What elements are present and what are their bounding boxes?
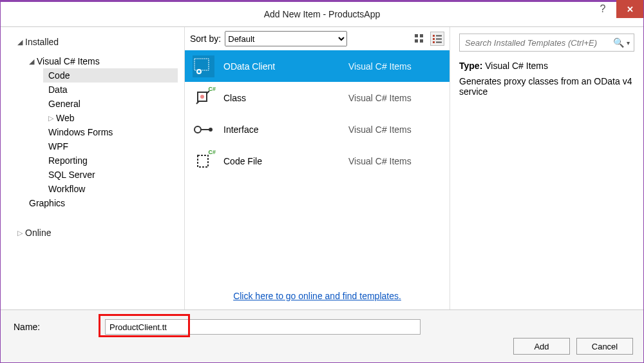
tree-label: Data (48, 84, 68, 95)
svg-rect-7 (436, 39, 442, 40)
view-list-icon[interactable] (430, 32, 444, 46)
svg-point-17 (209, 128, 213, 132)
titlebar: Add New Item - ProductsApp ? ✕ (1, 2, 643, 26)
search-icon: 🔍 (613, 37, 624, 48)
name-label: Name: (14, 322, 97, 332)
svg-rect-8 (433, 41, 435, 43)
tree-item-wpf[interactable]: WPF (43, 139, 178, 153)
template-code-file[interactable]: C# Code File Visual C# Items (185, 145, 450, 177)
interface-icon (193, 119, 214, 141)
template-list: OData Client Visual C# Items C# Class Vi… (185, 50, 450, 282)
svg-rect-0 (415, 34, 418, 37)
tree-label: Windows Forms (48, 127, 113, 137)
odata-client-icon (193, 55, 214, 77)
template-lang: Visual C# Items (348, 124, 412, 135)
tree-label: WPF (48, 141, 68, 152)
tree-label: Graphics (29, 198, 65, 208)
cancel-button[interactable]: Cancel (576, 338, 633, 355)
type-label: Type: (459, 61, 482, 71)
template-lang: Visual C# Items (348, 156, 412, 166)
template-name: Class (223, 93, 339, 103)
category-tree: ◢Installed ◢Visual C# Items Code Data Ge… (1, 27, 184, 309)
add-button[interactable]: Add (513, 338, 570, 355)
detail-description: Generates proxy classes from an OData v4… (459, 76, 634, 97)
tree-label: SQL Server (48, 170, 95, 180)
tree-item-sqlserver[interactable]: SQL Server (43, 168, 178, 182)
tree-label: Workflow (48, 184, 85, 194)
svg-rect-18 (198, 155, 208, 167)
sort-by-label: Sort by: (190, 34, 221, 44)
tree-label: Code (48, 70, 70, 81)
tree-label: Installed (25, 37, 59, 47)
chevron-down-icon[interactable]: ▾ (624, 39, 630, 46)
svg-rect-10 (194, 59, 209, 70)
template-class[interactable]: C# Class Visual C# Items (185, 82, 450, 113)
template-name: Code File (223, 156, 339, 166)
svg-rect-1 (420, 34, 423, 37)
tree-item-code[interactable]: Code (43, 68, 178, 83)
help-button[interactable]: ? (589, 0, 616, 18)
view-grid-icon[interactable] (412, 32, 426, 46)
template-name: Interface (223, 124, 339, 135)
close-button[interactable]: ✕ (616, 0, 643, 18)
template-lang: Visual C# Items (348, 93, 412, 103)
svg-rect-5 (436, 35, 442, 37)
detail-type-row: Type: Visual C# Items (459, 61, 634, 71)
class-icon: C# (193, 87, 214, 109)
svg-point-14 (200, 95, 204, 99)
window-title: Add New Item - ProductsApp (264, 9, 381, 19)
svg-rect-3 (420, 39, 423, 43)
template-interface[interactable]: Interface Visual C# Items (185, 113, 450, 145)
tree-item-workflow[interactable]: Workflow (43, 182, 178, 196)
tree-label: Online (25, 228, 51, 238)
tree-online[interactable]: ▷Online (12, 226, 178, 240)
type-value: Visual C# Items (485, 61, 548, 71)
tree-item-reporting[interactable]: Reporting (43, 153, 178, 168)
search-box[interactable]: 🔍 ▾ (459, 34, 634, 52)
sort-by-select[interactable]: Default (225, 31, 347, 46)
template-name: OData Client (223, 61, 339, 72)
svg-rect-2 (415, 39, 418, 43)
name-input[interactable] (105, 319, 421, 335)
svg-point-12 (198, 70, 200, 73)
tree-label: General (48, 99, 80, 109)
tree-item-web[interactable]: ▷Web (43, 111, 178, 125)
tree-label: Reporting (48, 155, 88, 166)
svg-rect-6 (433, 38, 435, 40)
tree-label: Visual C# Items (37, 56, 100, 66)
template-lang: Visual C# Items (348, 61, 412, 72)
online-templates-link[interactable]: Click here to go online and find templat… (233, 291, 401, 301)
search-input[interactable] (464, 37, 613, 48)
code-file-icon: C# (193, 150, 214, 172)
svg-rect-4 (433, 35, 435, 37)
tree-csharp-items[interactable]: ◢Visual C# Items (24, 54, 178, 68)
tree-label: Web (56, 113, 75, 123)
tree-item-data[interactable]: Data (43, 83, 178, 97)
svg-rect-9 (436, 42, 442, 43)
template-odata-client[interactable]: OData Client Visual C# Items (185, 50, 450, 82)
tree-graphics[interactable]: Graphics (24, 196, 178, 210)
tree-installed[interactable]: ◢Installed (12, 35, 178, 49)
svg-point-15 (194, 126, 201, 133)
tree-item-general[interactable]: General (43, 97, 178, 111)
tree-item-winforms[interactable]: Windows Forms (43, 125, 178, 139)
